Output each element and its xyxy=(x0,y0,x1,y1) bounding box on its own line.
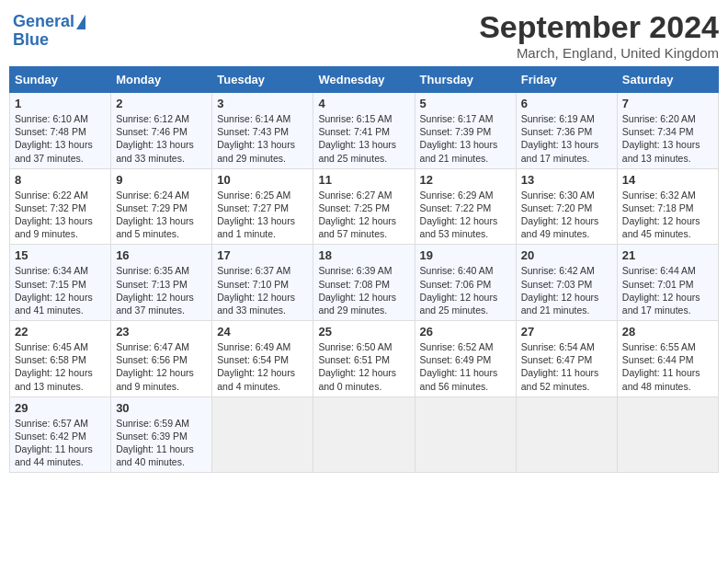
calendar-cell: 14Sunrise: 6:32 AM Sunset: 7:18 PM Dayli… xyxy=(617,168,718,245)
calendar-cell: 9Sunrise: 6:24 AM Sunset: 7:29 PM Daylig… xyxy=(111,168,212,245)
day-info: Sunrise: 6:44 AM Sunset: 7:01 PM Dayligh… xyxy=(622,264,713,316)
logo: General Blue xyxy=(9,9,89,53)
calendar-cell xyxy=(617,396,718,473)
day-info: Sunrise: 6:55 AM Sunset: 6:44 PM Dayligh… xyxy=(622,340,713,393)
day-number: 23 xyxy=(116,325,207,339)
calendar-week-4: 22Sunrise: 6:45 AM Sunset: 6:58 PM Dayli… xyxy=(10,321,719,397)
day-number: 10 xyxy=(217,173,308,187)
day-number: 4 xyxy=(318,97,409,110)
day-info: Sunrise: 6:50 AM Sunset: 6:51 PM Dayligh… xyxy=(318,340,409,393)
calendar-cell: 17Sunrise: 6:37 AM Sunset: 7:10 PM Dayli… xyxy=(212,245,313,321)
day-info: Sunrise: 6:54 AM Sunset: 6:47 PM Dayligh… xyxy=(521,340,612,393)
logo-triangle-icon xyxy=(76,15,85,29)
day-info: Sunrise: 6:42 AM Sunset: 7:03 PM Dayligh… xyxy=(521,264,612,316)
day-info: Sunrise: 6:14 AM Sunset: 7:43 PM Dayligh… xyxy=(217,112,308,165)
day-info: Sunrise: 6:17 AM Sunset: 7:39 PM Dayligh… xyxy=(420,112,511,165)
day-info: Sunrise: 6:15 AM Sunset: 7:41 PM Dayligh… xyxy=(318,112,409,165)
month-title: September 2024 xyxy=(479,9,719,45)
calendar-cell: 7Sunrise: 6:20 AM Sunset: 7:34 PM Daylig… xyxy=(617,93,718,169)
title-block: September 2024 March, England, United Ki… xyxy=(479,9,719,61)
calendar-cell xyxy=(212,396,313,473)
weekday-header-sunday: Sunday xyxy=(10,67,111,93)
day-info: Sunrise: 6:47 AM Sunset: 6:56 PM Dayligh… xyxy=(116,340,207,393)
calendar-week-3: 15Sunrise: 6:34 AM Sunset: 7:15 PM Dayli… xyxy=(10,245,719,321)
day-info: Sunrise: 6:34 AM Sunset: 7:15 PM Dayligh… xyxy=(15,264,106,316)
day-number: 5 xyxy=(420,97,511,110)
day-info: Sunrise: 6:27 AM Sunset: 7:25 PM Dayligh… xyxy=(318,189,409,241)
calendar-week-2: 8Sunrise: 6:22 AM Sunset: 7:32 PM Daylig… xyxy=(10,168,719,245)
calendar-cell: 4Sunrise: 6:15 AM Sunset: 7:41 PM Daylig… xyxy=(313,93,415,169)
day-info: Sunrise: 6:19 AM Sunset: 7:36 PM Dayligh… xyxy=(521,112,612,165)
calendar-cell: 5Sunrise: 6:17 AM Sunset: 7:39 PM Daylig… xyxy=(415,93,516,169)
day-info: Sunrise: 6:37 AM Sunset: 7:10 PM Dayligh… xyxy=(217,264,308,316)
day-number: 22 xyxy=(15,325,106,339)
weekday-header-monday: Monday xyxy=(111,67,212,93)
calendar-cell: 21Sunrise: 6:44 AM Sunset: 7:01 PM Dayli… xyxy=(617,245,718,321)
day-number: 25 xyxy=(318,325,409,339)
calendar-table: SundayMondayTuesdayWednesdayThursdayFrid… xyxy=(9,66,719,473)
calendar-cell: 15Sunrise: 6:34 AM Sunset: 7:15 PM Dayli… xyxy=(10,245,111,321)
day-number: 20 xyxy=(521,248,612,262)
day-info: Sunrise: 6:25 AM Sunset: 7:27 PM Dayligh… xyxy=(217,189,308,241)
calendar-cell: 22Sunrise: 6:45 AM Sunset: 6:58 PM Dayli… xyxy=(10,321,111,397)
logo-line2: Blue xyxy=(13,31,49,50)
calendar-cell: 16Sunrise: 6:35 AM Sunset: 7:13 PM Dayli… xyxy=(111,245,212,321)
calendar-cell xyxy=(313,396,415,473)
day-info: Sunrise: 6:49 AM Sunset: 6:54 PM Dayligh… xyxy=(217,340,308,393)
weekday-header-friday: Friday xyxy=(516,67,617,93)
day-info: Sunrise: 6:29 AM Sunset: 7:22 PM Dayligh… xyxy=(420,189,511,241)
calendar-cell: 3Sunrise: 6:14 AM Sunset: 7:43 PM Daylig… xyxy=(212,93,313,169)
day-number: 19 xyxy=(420,248,511,262)
day-info: Sunrise: 6:57 AM Sunset: 6:42 PM Dayligh… xyxy=(15,417,106,469)
day-info: Sunrise: 6:59 AM Sunset: 6:39 PM Dayligh… xyxy=(116,417,207,469)
weekday-header-saturday: Saturday xyxy=(617,67,718,93)
calendar-cell: 27Sunrise: 6:54 AM Sunset: 6:47 PM Dayli… xyxy=(516,321,617,397)
day-number: 18 xyxy=(318,248,409,262)
day-number: 1 xyxy=(15,97,106,110)
calendar-cell: 8Sunrise: 6:22 AM Sunset: 7:32 PM Daylig… xyxy=(10,168,111,245)
day-number: 21 xyxy=(622,248,713,262)
weekday-header-tuesday: Tuesday xyxy=(212,67,313,93)
calendar-cell: 25Sunrise: 6:50 AM Sunset: 6:51 PM Dayli… xyxy=(313,321,415,397)
day-info: Sunrise: 6:24 AM Sunset: 7:29 PM Dayligh… xyxy=(116,189,207,241)
calendar-cell: 2Sunrise: 6:12 AM Sunset: 7:46 PM Daylig… xyxy=(111,93,212,169)
calendar-body: 1Sunrise: 6:10 AM Sunset: 7:48 PM Daylig… xyxy=(10,93,719,473)
day-number: 15 xyxy=(15,248,106,262)
day-number: 3 xyxy=(217,97,308,110)
day-number: 11 xyxy=(318,173,409,187)
calendar-cell: 26Sunrise: 6:52 AM Sunset: 6:49 PM Dayli… xyxy=(415,321,516,397)
calendar-cell: 6Sunrise: 6:19 AM Sunset: 7:36 PM Daylig… xyxy=(516,93,617,169)
day-number: 28 xyxy=(622,325,713,339)
weekday-header-thursday: Thursday xyxy=(415,67,516,93)
calendar-cell: 1Sunrise: 6:10 AM Sunset: 7:48 PM Daylig… xyxy=(10,93,111,169)
day-info: Sunrise: 6:30 AM Sunset: 7:20 PM Dayligh… xyxy=(521,189,612,241)
day-number: 29 xyxy=(15,401,106,415)
location-subtitle: March, England, United Kingdom xyxy=(479,45,719,61)
day-number: 6 xyxy=(521,97,612,110)
day-number: 8 xyxy=(15,173,106,187)
day-info: Sunrise: 6:45 AM Sunset: 6:58 PM Dayligh… xyxy=(15,340,106,393)
day-info: Sunrise: 6:10 AM Sunset: 7:48 PM Dayligh… xyxy=(15,112,106,165)
day-number: 7 xyxy=(622,97,713,110)
day-info: Sunrise: 6:22 AM Sunset: 7:32 PM Dayligh… xyxy=(15,189,106,241)
day-number: 27 xyxy=(521,325,612,339)
day-number: 24 xyxy=(217,325,308,339)
calendar-cell: 28Sunrise: 6:55 AM Sunset: 6:44 PM Dayli… xyxy=(617,321,718,397)
day-number: 2 xyxy=(116,97,207,110)
logo-general: General xyxy=(13,12,74,30)
day-info: Sunrise: 6:12 AM Sunset: 7:46 PM Dayligh… xyxy=(116,112,207,165)
day-number: 14 xyxy=(622,173,713,187)
calendar-cell: 19Sunrise: 6:40 AM Sunset: 7:06 PM Dayli… xyxy=(415,245,516,321)
calendar-cell: 29Sunrise: 6:57 AM Sunset: 6:42 PM Dayli… xyxy=(10,396,111,473)
day-number: 16 xyxy=(116,248,207,262)
calendar-week-5: 29Sunrise: 6:57 AM Sunset: 6:42 PM Dayli… xyxy=(10,396,719,473)
logo-line1: General xyxy=(13,13,74,31)
day-number: 17 xyxy=(217,248,308,262)
calendar-cell xyxy=(415,396,516,473)
day-info: Sunrise: 6:20 AM Sunset: 7:34 PM Dayligh… xyxy=(622,112,713,165)
calendar-cell: 12Sunrise: 6:29 AM Sunset: 7:22 PM Dayli… xyxy=(415,168,516,245)
calendar-cell: 30Sunrise: 6:59 AM Sunset: 6:39 PM Dayli… xyxy=(111,396,212,473)
day-info: Sunrise: 6:39 AM Sunset: 7:08 PM Dayligh… xyxy=(318,264,409,316)
day-number: 12 xyxy=(420,173,511,187)
page-header: General Blue September 2024 March, Engla… xyxy=(9,9,719,61)
